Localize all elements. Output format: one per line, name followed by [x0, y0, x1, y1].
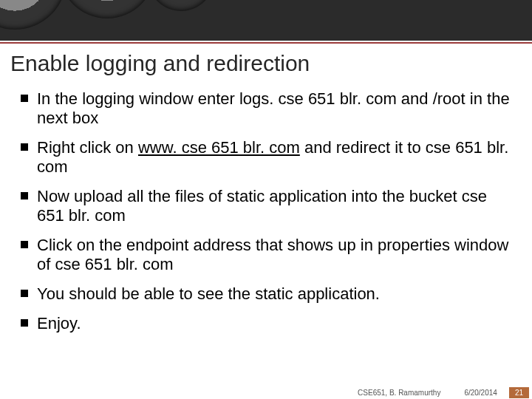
bullet-text: You should be able to see the static app… — [37, 284, 380, 303]
hyperlink-text[interactable]: www. cse 651 blr. com — [138, 138, 300, 157]
gear-icon — [0, 0, 66, 30]
list-item: Right click on www. cse 651 blr. com and… — [19, 138, 513, 177]
slide-title: Enable logging and redirection — [0, 44, 532, 81]
bullet-text: In the logging window enter logs. cse 65… — [37, 89, 510, 127]
slide-body: In the logging window enter logs. cse 65… — [0, 89, 532, 333]
slide-footer: CSE651, B. Ramamurthy 6/20/2014 21 — [0, 386, 532, 399]
slide: Enable logging and redirection In the lo… — [0, 0, 532, 399]
list-item: Now upload all the files of static appli… — [19, 187, 513, 225]
bullet-text-pre: Right click on — [37, 138, 138, 157]
gear-icon — [148, 0, 214, 11]
list-item: You should be able to see the static app… — [19, 284, 513, 304]
decorative-top-band — [0, 0, 532, 41]
footer-page-number: 21 — [509, 387, 529, 398]
bullet-text: Enjoy. — [37, 314, 81, 332]
footer-course: CSE651, B. Ramamurthy — [346, 389, 452, 397]
gear-icon — [59, 0, 155, 18]
bullet-list: In the logging window enter logs. cse 65… — [19, 89, 513, 333]
list-item: Click on the endpoint address that shows… — [19, 236, 513, 274]
bullet-text: Now upload all the files of static appli… — [37, 187, 487, 225]
bullet-text: Click on the endpoint address that shows… — [37, 236, 508, 273]
footer-date: 6/20/2014 — [452, 389, 509, 397]
list-item: In the logging window enter logs. cse 65… — [19, 89, 513, 128]
list-item: Enjoy. — [19, 314, 513, 333]
